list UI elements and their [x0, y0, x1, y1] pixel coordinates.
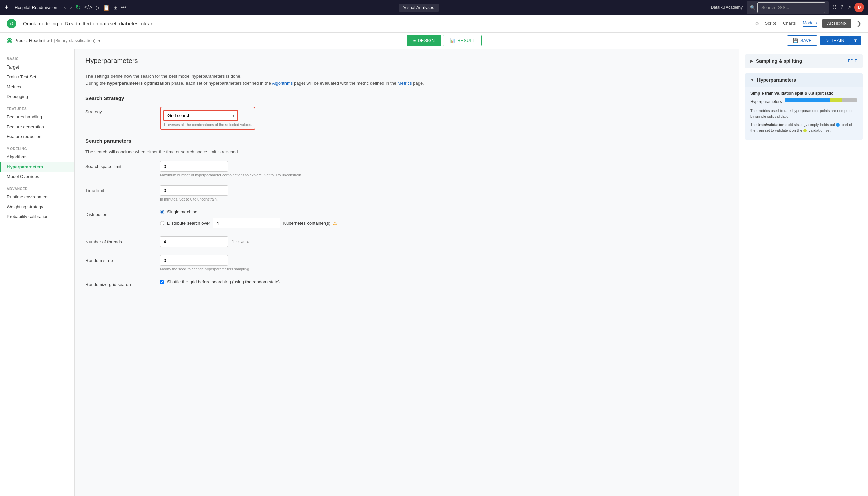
sidebar-section-advanced: ADVANCED Runtime environment Weighting s… — [0, 184, 74, 221]
distribution-label: Distribution — [85, 209, 153, 217]
sidebar-item-runtime[interactable]: Runtime environment — [0, 192, 74, 202]
sidebar-item-target[interactable]: Target — [0, 62, 74, 72]
sidebar-item-hyperparameters[interactable]: Hyperparameters — [0, 162, 74, 172]
sidebar-item-features-handling[interactable]: Features handling — [0, 112, 74, 122]
sampling-header[interactable]: ▶ Sampling & splitting EDIT — [745, 54, 863, 68]
visual-analyses-label[interactable]: Visual Analyses — [399, 4, 439, 12]
strategy-select[interactable]: Grid search Random search Bayesian searc… — [163, 110, 238, 121]
hp-bar-blue — [785, 98, 830, 103]
strategy-row: Strategy Grid search Random search Bayes… — [85, 107, 728, 130]
sidebar-item-algorithms[interactable]: Algorithms — [0, 152, 74, 162]
search-input[interactable] — [757, 2, 825, 13]
hp-subtitle: Simple train/validation split & 0.8 spli… — [750, 91, 857, 96]
avatar[interactable]: D — [854, 3, 864, 12]
hp-desc1: The metrics used to rank hyperparameter … — [750, 108, 857, 119]
sidebar-section-features: FEATURES Features handling Feature gener… — [0, 104, 74, 141]
random-state-row: Random state 0 Modify the seed to change… — [85, 255, 728, 271]
sidebar-section-basic: BASIC Target Train / Test Set Metrics De… — [0, 54, 74, 102]
sidebar-item-feature-generation[interactable]: Feature generation — [0, 122, 74, 131]
search-icon: 🔍 — [750, 5, 755, 10]
algorithms-link[interactable]: Algorithms — [272, 81, 293, 86]
desc-part4: page) will be evaluated with the metric … — [294, 81, 396, 86]
threads-input[interactable]: 4 — [160, 236, 228, 247]
single-machine-label: Single machine — [167, 209, 197, 214]
design-button[interactable]: ≡ DESIGN — [406, 35, 441, 46]
distribute-radio[interactable] — [160, 221, 164, 225]
distribute-row: Distribute search over 4 Kubernetes cont… — [167, 218, 337, 228]
predict-dropdown-icon[interactable]: ▼ — [97, 39, 101, 43]
k8s-containers-input[interactable]: 4 — [213, 218, 280, 228]
hp-bar — [785, 98, 857, 103]
code-icon[interactable]: </> — [84, 4, 92, 11]
search-params-title: Search parameters — [85, 138, 728, 144]
metrics-link[interactable]: Metrics — [398, 81, 412, 86]
desc-part5: page. — [413, 81, 424, 86]
collapse-button[interactable]: ❯ — [857, 20, 861, 27]
blue-dot — [836, 123, 839, 126]
academy-link[interactable]: Dataiku Academy — [711, 5, 742, 10]
page-title: Hyperparameters — [85, 57, 728, 65]
hp-bar-label: Hyperparameters — [750, 99, 782, 104]
project-name[interactable]: Hospital Readmission — [15, 5, 57, 10]
external-link-icon[interactable]: ↗ — [847, 4, 851, 11]
sidebar-item-feature-reduction[interactable]: Feature reduction — [0, 131, 74, 141]
share-icon[interactable]: ⟷ — [64, 4, 72, 11]
sidebar-item-train-test[interactable]: Train / Test Set — [0, 72, 74, 82]
randomize-hint: Shuffle the grid before searching (using… — [167, 279, 280, 284]
search-space-hint: Maximum number of hyperparameter combina… — [160, 173, 728, 177]
threads-row: Number of threads 4 -1 for auto — [85, 236, 728, 247]
third-header: Predict Readmitted (Binary classificatio… — [0, 33, 868, 49]
randomize-checkbox-label[interactable]: Shuffle the grid before searching (using… — [160, 279, 728, 284]
description: The settings define how the search for t… — [85, 73, 728, 87]
random-state-content: 0 Modify the seed to change hyperparamet… — [160, 255, 728, 271]
result-button[interactable]: 📊 RESULT — [443, 35, 481, 46]
sidebar-item-weighting[interactable]: Weighting strategy — [0, 202, 74, 212]
desc-bold1: hyperparameters optimization — [107, 81, 170, 86]
sidebar-item-debugging[interactable]: Debugging — [0, 92, 74, 102]
random-state-input[interactable]: 0 — [160, 255, 228, 266]
hp-bar-yellow — [830, 98, 842, 103]
time-limit-hint: In minutes. Set to 0 to unconstrain. — [160, 197, 728, 201]
settings-icon[interactable]: ⚙ — [755, 21, 759, 27]
grid-icon[interactable]: ⊞ — [113, 4, 118, 11]
yellow-dot — [803, 129, 807, 132]
nav-charts[interactable]: Charts — [783, 21, 796, 27]
content-area: Hyperparameters The settings define how … — [75, 49, 739, 496]
sidebar-item-probability[interactable]: Probability calibration — [0, 212, 74, 221]
sidebar-item-model-overrides[interactable]: Model Overrides — [0, 172, 74, 182]
more-icon[interactable]: ••• — [121, 4, 127, 11]
randomize-label: Randomize grid search — [85, 279, 153, 287]
document-icon[interactable]: 📋 — [103, 4, 110, 11]
actions-button[interactable]: ACTIONS — [822, 19, 851, 28]
sidebar: BASIC Target Train / Test Set Metrics De… — [0, 49, 75, 496]
second-header: ↺ Quick modeling of Readmitted on datase… — [0, 15, 868, 33]
single-machine-option[interactable]: Single machine — [160, 209, 728, 214]
sidebar-section-title-modeling: MODELING — [0, 144, 74, 152]
train-dropdown-button[interactable]: ▼ — [850, 36, 861, 45]
nav-right: Dataiku Academy 🔍 ⠿ ? ↗ D — [711, 1, 864, 14]
single-machine-radio[interactable] — [160, 210, 164, 214]
top-navigation: ✦ Hospital Readmission ⟷ ↻ </> ▷ 📋 ⊞ •••… — [0, 0, 868, 15]
help-icon[interactable]: ? — [840, 4, 843, 11]
right-panel-content: ▶ Sampling & splitting EDIT ▼ Hyperparam… — [739, 49, 868, 151]
desc-part2: During the — [85, 81, 106, 86]
grid-apps-icon[interactable]: ⠿ — [833, 4, 837, 11]
sidebar-item-metrics[interactable]: Metrics — [0, 82, 74, 92]
app-logo[interactable]: ✦ — [4, 4, 9, 11]
nav-script[interactable]: Script — [765, 21, 776, 27]
randomize-checkbox[interactable] — [160, 280, 164, 284]
refresh-icon[interactable]: ↻ — [75, 3, 81, 12]
play-icon[interactable]: ▷ — [96, 4, 100, 11]
save-button[interactable]: 💾 SAVE — [787, 35, 818, 46]
train-button[interactable]: ▷ TRAIN — [820, 36, 850, 45]
search-space-input[interactable]: 0 — [160, 161, 228, 172]
time-limit-row: Time limit 0 In minutes. Set to 0 to unc… — [85, 185, 728, 201]
sampling-edit-link[interactable]: EDIT — [848, 59, 857, 63]
design-result-toggle: ≡ DESIGN 📊 RESULT — [107, 35, 782, 46]
distribute-option[interactable]: Distribute search over 4 Kubernetes cont… — [160, 218, 728, 228]
hp-header[interactable]: ▼ Hyperparameters — [745, 73, 863, 87]
nav-models[interactable]: Models — [803, 20, 817, 27]
time-limit-input[interactable]: 0 — [160, 185, 228, 196]
hp-section: ▼ Hyperparameters Simple train/validatio… — [745, 73, 863, 140]
right-panel: ▶ Sampling & splitting EDIT ▼ Hyperparam… — [739, 49, 868, 496]
